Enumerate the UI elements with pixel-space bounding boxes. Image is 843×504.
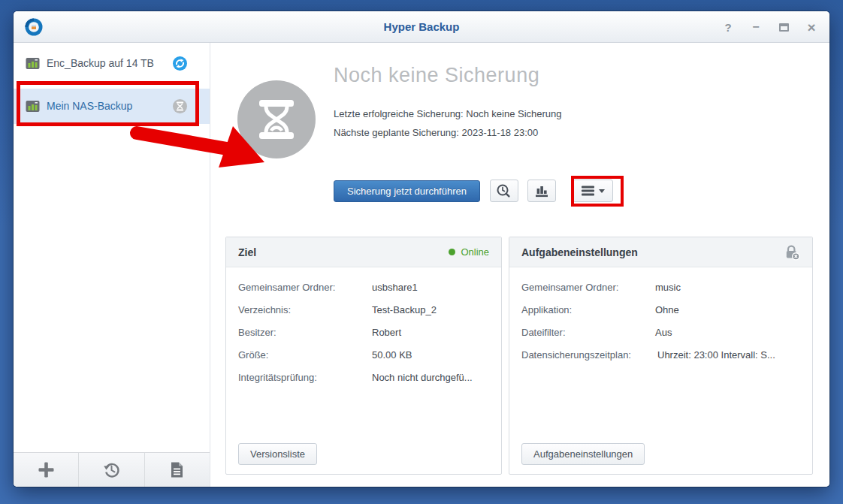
hourglass-status-icon: [172, 98, 188, 114]
table-row: Applikation: Ohne: [521, 303, 800, 317]
table-row: Größe: 50.00 KB: [238, 348, 489, 362]
table-row: Besitzer: Robert: [238, 325, 489, 340]
task-label: Enc_Backup auf 14 TB: [47, 56, 165, 71]
add-task-button[interactable]: [14, 453, 79, 487]
table-row: Integritätsprüfung: Noch nicht durchgefü…: [238, 370, 489, 385]
hyper-backup-window: Hyper Backup ? − × Enc_Backup auf 14 TB: [14, 11, 829, 487]
table-row: Datensicherungszeitplan: Uhrzeit: 23:00 …: [521, 348, 800, 362]
action-toolbar: Sicherung jetzt durchführen: [334, 180, 613, 202]
backup-now-button[interactable]: Sicherung jetzt durchführen: [334, 180, 480, 202]
version-explorer-button[interactable]: [490, 180, 518, 202]
statistics-icon: [534, 183, 549, 198]
settings-panel-header: Aufgabeneinstellungen: [509, 237, 812, 267]
table-row: Dateifilter: Aus: [521, 325, 800, 340]
task-settings-panel: Aufgabeneinstellungen Gemeinsamer Ordner…: [509, 237, 813, 475]
chevron-down-icon: [599, 189, 605, 193]
log-icon: [169, 461, 185, 478]
task-detail-pane: Noch keine Sicherung Letzte erfolgreiche…: [210, 43, 829, 487]
task-label: Mein NAS-Backup: [47, 99, 165, 113]
task-list-sidebar: Enc_Backup auf 14 TB Mein NAS-B: [14, 43, 210, 487]
target-panel: Ziel Online Gemeinsamer Ordner: usbshare…: [225, 237, 502, 475]
version-list-button[interactable]: Versionsliste: [238, 443, 317, 465]
close-button[interactable]: ×: [805, 21, 817, 33]
version-explorer-icon: [496, 183, 512, 199]
title-bar: Hyper Backup ? − ×: [14, 11, 829, 43]
next-backup-schedule: Nächste geplante Sicherung: 2023-11-18 2…: [334, 127, 538, 138]
minimize-button[interactable]: −: [750, 21, 762, 33]
restore-history-icon: [103, 461, 120, 478]
add-task-icon: [38, 461, 55, 478]
sidebar-item-mein-nas-backup[interactable]: Mein NAS-Backup: [14, 89, 210, 124]
lock-disabled-icon: [783, 243, 800, 261]
log-button[interactable]: [145, 453, 210, 487]
target-panel-header: Ziel Online: [226, 237, 501, 267]
table-row: Gemeinsamer Ordner: music: [521, 280, 800, 294]
no-backup-hourglass-icon: [237, 80, 316, 158]
menu-icon: [581, 185, 595, 197]
last-backup-status: Letzte erfolgreiche Sicherung: Noch kein…: [334, 108, 562, 119]
panel-title: Aufgabeneinstellungen: [521, 246, 783, 258]
sidebar-footer-toolbar: [14, 452, 210, 487]
table-row: Gemeinsamer Ordner: usbshare1: [238, 280, 489, 294]
sidebar-item-enc-backup[interactable]: Enc_Backup auf 14 TB: [14, 50, 210, 77]
task-settings-button[interactable]: Aufgabeneinstellungen: [521, 443, 645, 465]
online-status-badge: Online: [449, 246, 489, 258]
maximize-button[interactable]: [778, 21, 790, 33]
status-dot-icon: [449, 249, 455, 255]
task-menu-button[interactable]: [573, 180, 613, 202]
panel-title: Ziel: [238, 246, 449, 258]
hyper-backup-app-icon: [24, 17, 44, 37]
statistics-button[interactable]: [527, 180, 556, 202]
table-row: Verzeichnis: Test-Backup_2: [238, 303, 489, 317]
status-label: Online: [461, 246, 489, 258]
page-title: Noch keine Sicherung: [334, 64, 539, 87]
maximize-icon: [779, 23, 789, 32]
help-button[interactable]: ?: [722, 21, 734, 33]
nas-server-icon: [26, 100, 40, 113]
sync-icon: [172, 56, 188, 71]
nas-server-icon: [26, 57, 40, 70]
restore-history-button[interactable]: [79, 453, 144, 487]
window-title: Hyper Backup: [14, 20, 829, 33]
